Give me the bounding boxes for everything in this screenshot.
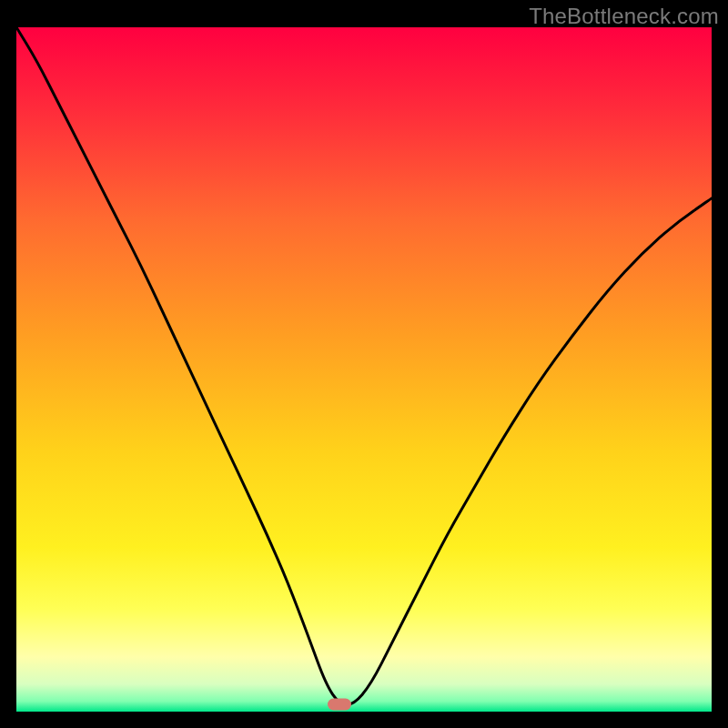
bottleneck-curve <box>16 27 712 712</box>
watermark-text: TheBottleneck.com <box>529 4 719 29</box>
optimal-marker <box>328 699 351 711</box>
plot-area <box>16 27 712 712</box>
chart-frame: TheBottleneck.com <box>0 0 728 728</box>
